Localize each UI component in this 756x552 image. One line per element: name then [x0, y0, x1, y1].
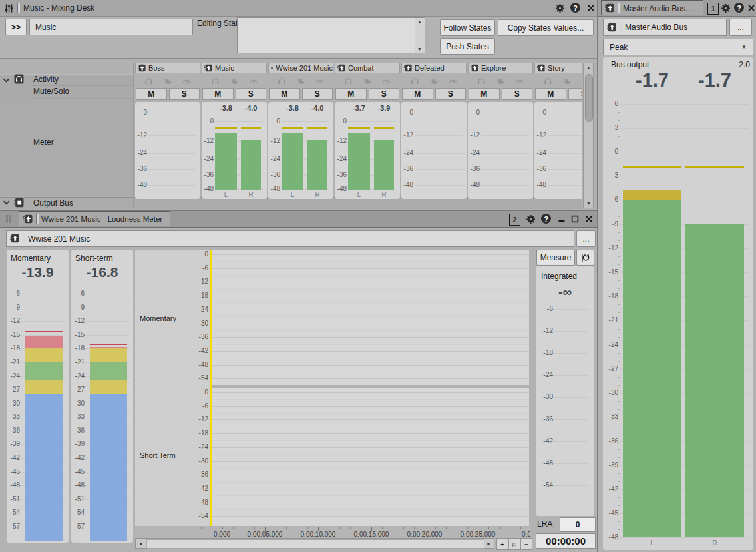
settings-gear-icon[interactable]	[720, 3, 731, 13]
gridline	[148, 144, 196, 145]
timeline-scrollbar[interactable]: ◄ ►	[135, 538, 494, 549]
channel-header[interactable]: Wwise 201 Music	[268, 63, 333, 73]
meter-activity-icon[interactable]	[382, 77, 391, 85]
help-icon[interactable]: ?	[541, 214, 551, 224]
master-object-name-field[interactable]: Master Audio Bus	[603, 19, 727, 36]
meter-activity-icon[interactable]	[249, 77, 258, 85]
meter-bar-left	[348, 133, 370, 190]
ducking-icon[interactable]	[164, 77, 172, 85]
ducking-icon[interactable]	[363, 77, 372, 85]
channel-header[interactable]: Combat	[335, 63, 400, 73]
mute-button[interactable]: M	[335, 88, 367, 100]
solo-button[interactable]: S	[236, 88, 267, 100]
master-more-button[interactable]: ...	[729, 19, 752, 36]
monitor-icon[interactable]	[344, 77, 353, 85]
zoom-out-button[interactable]: −	[520, 538, 532, 550]
chevron-down-icon[interactable]	[3, 77, 10, 83]
monitor-icon[interactable]	[211, 77, 220, 85]
mute-button[interactable]: M	[535, 88, 566, 100]
meter-scale-label: -12	[203, 137, 214, 144]
time-ruler[interactable]: 0.0000:00:05.0000:00:10.0000:00:15.0000:…	[135, 526, 530, 538]
monitor-icon[interactable]	[477, 77, 486, 85]
zoom-fit-button[interactable]: [:]	[508, 538, 520, 550]
settings-gear-icon[interactable]	[554, 3, 565, 13]
window-number-badge[interactable]: 2	[509, 214, 520, 226]
ducking-icon[interactable]	[430, 77, 439, 85]
channel-header[interactable]: Boss	[135, 63, 200, 73]
help-icon[interactable]: ?	[734, 3, 744, 13]
loudness-titlebar[interactable]: Wwise 201 Music - Loudness Meter 2 ?	[0, 211, 597, 228]
mute-button[interactable]: M	[402, 88, 433, 100]
window-number-badge[interactable]: 1	[707, 3, 719, 15]
loudness-object-name-field[interactable]: Wwise 201 Music	[6, 230, 574, 247]
solo-button[interactable]: S	[568, 88, 583, 100]
mute-button[interactable]: M	[469, 88, 500, 100]
scroll-up-icon[interactable]: ▲	[417, 19, 422, 24]
channel-header[interactable]: Music	[202, 63, 267, 73]
scroll-right-icon[interactable]: ►	[486, 541, 491, 546]
push-states-button[interactable]: Push States	[440, 38, 495, 55]
meter-activity-icon[interactable]	[449, 77, 457, 85]
solo-button[interactable]: S	[169, 88, 200, 100]
meter-mode-dropdown[interactable]: Peak ▼	[603, 39, 753, 55]
mute-button[interactable]: M	[136, 88, 167, 100]
mixer-vertical-scrollbar[interactable]: ▲ ▼	[583, 63, 594, 208]
ducking-icon[interactable]	[230, 77, 239, 85]
channel-header[interactable]: Story	[534, 63, 582, 73]
master-title-tab[interactable]: Master Audio Bus...	[601, 0, 703, 15]
monitor-icon[interactable]	[411, 77, 419, 85]
meter-activity-icon[interactable]	[582, 77, 582, 85]
close-icon[interactable]	[584, 214, 594, 224]
scroll-left-icon[interactable]: ◄	[138, 541, 143, 546]
monitor-icon[interactable]	[544, 77, 552, 85]
channel-header[interactable]: Defeated	[401, 63, 467, 73]
scroll-down-icon[interactable]: ▼	[586, 201, 591, 206]
states-scrollbar[interactable]: ▲ ▼	[415, 18, 425, 53]
channel-mute-solo: MS	[202, 87, 267, 100]
gridline	[548, 113, 582, 113]
loudness-title-tab[interactable]: Wwise 201 Music - Loudness Meter	[19, 211, 170, 226]
meter-scale-label: -36	[537, 415, 553, 423]
solo-button[interactable]: S	[435, 88, 467, 100]
channel-header[interactable]: Explore	[468, 63, 533, 73]
gridline	[212, 261, 529, 262]
solo-button[interactable]: S	[369, 88, 400, 100]
monitor-icon[interactable]	[144, 77, 153, 85]
scroll-up-icon[interactable]: ▲	[586, 65, 591, 70]
ducking-icon[interactable]	[496, 77, 505, 85]
mute-button[interactable]: M	[202, 88, 234, 100]
zoom-in-button[interactable]: +	[496, 538, 508, 550]
mute-button[interactable]: M	[269, 88, 300, 100]
mixing-desk-titlebar[interactable]: Music - Mixing Desk ?	[0, 0, 597, 17]
help-icon[interactable]: ?	[570, 3, 580, 13]
monitor-icon[interactable]	[278, 77, 286, 85]
meter-activity-icon[interactable]	[315, 77, 324, 85]
mixer-object-name-field[interactable]: Music	[29, 19, 193, 35]
close-icon[interactable]	[746, 3, 756, 13]
copy-states-values-button[interactable]: Copy States Values...	[498, 19, 594, 36]
meter-activity-icon[interactable]	[182, 77, 191, 85]
ducking-icon[interactable]	[563, 77, 572, 85]
scrollbar-thumb[interactable]	[146, 539, 484, 549]
expand-selector-button[interactable]: >>	[5, 19, 27, 35]
measure-button[interactable]: Measure	[536, 250, 575, 266]
loudness-more-button[interactable]: ...	[576, 230, 596, 247]
maximize-icon[interactable]	[570, 214, 580, 224]
reset-measure-button[interactable]	[576, 250, 594, 266]
master-titlebar[interactable]: Master Audio Bus... 1 ?	[598, 0, 756, 17]
follow-states-button[interactable]: Follow States	[440, 19, 495, 36]
scrollbar-thumb[interactable]	[585, 74, 593, 122]
editing-states-list[interactable]: ▲ ▼	[237, 17, 425, 53]
meter-activity-icon[interactable]	[515, 77, 524, 85]
scroll-down-icon[interactable]: ▼	[417, 47, 422, 51]
settings-gear-icon[interactable]	[525, 214, 536, 224]
ducking-icon[interactable]	[297, 77, 305, 85]
solo-button[interactable]: S	[302, 88, 333, 100]
solo-button[interactable]: S	[502, 88, 533, 100]
chevron-down-icon[interactable]	[3, 200, 10, 205]
playhead-cursor[interactable]	[210, 250, 212, 526]
dock-grip-icon[interactable]	[6, 215, 8, 223]
minimize-icon[interactable]	[556, 214, 567, 224]
dock-grip-icon[interactable]	[9, 215, 11, 223]
close-icon[interactable]	[586, 3, 596, 13]
